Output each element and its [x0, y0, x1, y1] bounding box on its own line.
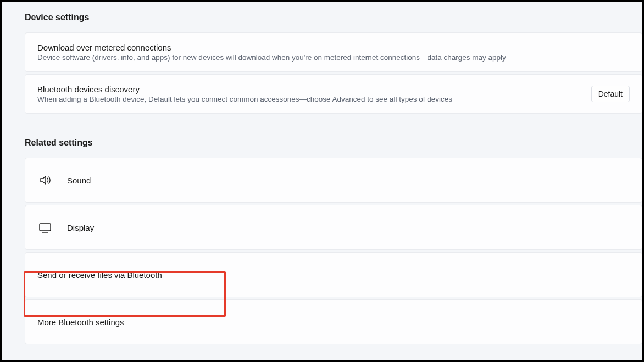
more-bluetooth-settings-link[interactable]: More Bluetooth settings	[25, 299, 642, 344]
discovery-mode-select[interactable]: Default	[591, 86, 630, 102]
speaker-icon	[37, 174, 53, 187]
bluetooth-discovery-title: Bluetooth devices discovery	[37, 85, 452, 94]
display-link-label: Display	[67, 223, 94, 232]
send-receive-bluetooth-link[interactable]: Send or receive files via Bluetooth	[25, 252, 642, 297]
bluetooth-discovery-desc: When adding a Bluetooth device, Default …	[37, 95, 452, 103]
sound-link[interactable]: Sound	[25, 158, 642, 203]
more-bluetooth-settings-label: More Bluetooth settings	[37, 318, 124, 327]
sound-link-label: Sound	[67, 176, 91, 185]
download-metered-card[interactable]: Download over metered connections Device…	[25, 32, 642, 72]
download-metered-title: Download over metered connections	[37, 43, 506, 52]
related-settings-heading: Related settings	[25, 138, 642, 148]
download-metered-desc: Device software (drivers, info, and apps…	[37, 53, 506, 62]
svg-rect-0	[40, 224, 51, 231]
bluetooth-discovery-card[interactable]: Bluetooth devices discovery When adding …	[25, 74, 642, 114]
display-link[interactable]: Display	[25, 205, 642, 250]
send-receive-bluetooth-label: Send or receive files via Bluetooth	[37, 270, 162, 280]
device-settings-heading: Device settings	[25, 13, 642, 23]
display-icon	[37, 222, 53, 233]
